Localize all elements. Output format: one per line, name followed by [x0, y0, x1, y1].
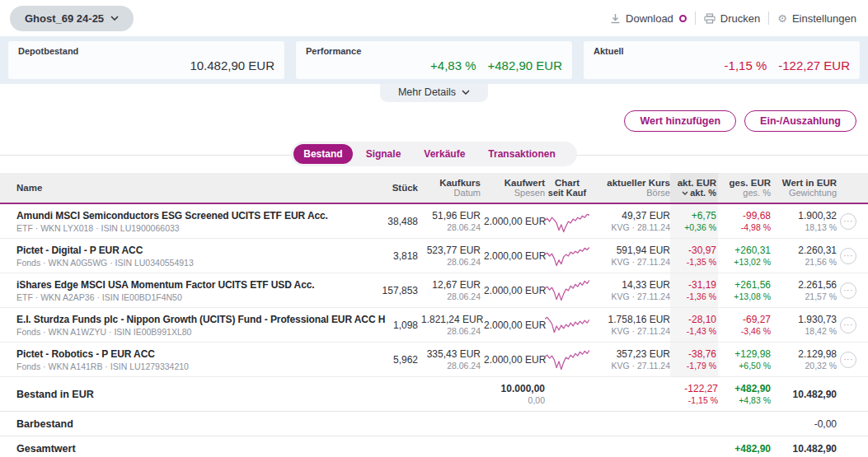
more-details-button[interactable]: Mehr Details — [380, 84, 488, 102]
plus-badge-icon — [679, 15, 687, 22]
kaufkurs-value: 12,67 EUR — [421, 279, 481, 291]
ges-eur-value: -69,27 — [721, 314, 771, 325]
column-header-kaufkurs[interactable]: KaufkursDatum — [418, 178, 481, 198]
topbar: Ghost_69 24-25 Download Drucken ⚙ Einste… — [0, 0, 868, 36]
stueck-value: 157,853 — [382, 285, 418, 296]
kaufdatum: 28.06.24 — [421, 291, 481, 301]
akt-pct-value: -1,35 % — [673, 257, 716, 267]
portfolio-selector[interactable]: Ghost_69 24-25 — [10, 6, 134, 31]
fund-details: Fonds · WKN A1WZYU · ISIN IE00B991XL80 — [16, 327, 378, 337]
column-header-name[interactable]: Name — [16, 183, 378, 193]
fund-name-link[interactable]: E.I. Sturdza Funds plc - Nippon Growth (… — [16, 314, 378, 325]
topbar-actions: Download Drucken ⚙ Einstellungen — [610, 12, 856, 25]
sparkline-chart[interactable] — [545, 313, 589, 338]
settings-button[interactable]: ⚙ Einstellungen — [777, 12, 856, 25]
table-header-row: Name Stück KaufkursDatum KaufwertSpesen … — [0, 173, 868, 204]
kurs-value: 591,94 EUR — [593, 245, 670, 256]
deposit-withdrawal-button[interactable]: Ein-/Auszahlung — [744, 110, 856, 132]
tab-transaktionen[interactable]: Transaktionen — [478, 144, 565, 164]
column-header-ges-eur[interactable]: ges. EURges. % — [718, 178, 771, 198]
gesamtwert-wert: 10.482,90 — [774, 443, 837, 455]
sparkline-chart[interactable] — [545, 347, 589, 372]
aktuell-percent: -1,15 % — [725, 58, 767, 72]
depotbestand-value: 10.482,90 EUR — [190, 58, 274, 72]
download-icon — [610, 13, 621, 24]
barbestand-wert: -0,00 — [774, 418, 837, 430]
boerse-info: KVG · 28.11.24 — [593, 222, 670, 232]
chevron-down-icon — [110, 16, 119, 21]
fund-name-link[interactable]: Amundi MSCI Semiconductors ESG Screened … — [16, 210, 378, 222]
chevron-down-icon — [462, 90, 470, 95]
add-value-button[interactable]: Wert hinzufügen — [624, 110, 736, 132]
sparkline-chart[interactable] — [545, 209, 589, 234]
total-label: Bestand in EUR — [16, 389, 378, 400]
ges-eur-value: -99,68 — [721, 210, 771, 222]
akt-pct-value: -1,36 % — [673, 291, 716, 301]
stueck-value: 5,962 — [382, 354, 418, 366]
column-header-wert[interactable]: Wert in EURGewichtung — [771, 178, 837, 198]
akt-pct-value: -1,79 % — [673, 361, 716, 371]
row-menu-button[interactable]: ··· — [840, 352, 856, 368]
kaufkurs-value: 335,43 EUR — [421, 348, 481, 360]
kaufwert-value: 2.000,00 EUR — [484, 250, 545, 262]
kaufdatum: 28.06.24 — [421, 222, 481, 232]
fund-name-link[interactable]: iShares Edge MSCI USA Momentum Factor UC… — [16, 279, 378, 291]
performance-percent: +4,83 % — [430, 58, 476, 72]
row-menu-button[interactable]: ··· — [840, 282, 856, 299]
print-button[interactable]: Drucken — [704, 12, 760, 25]
row-menu-button[interactable]: ··· — [840, 248, 856, 264]
sparkline-chart[interactable] — [545, 278, 589, 303]
kaufkurs-value: 51,96 EUR — [421, 210, 481, 222]
boerse-info: KVG · 27.11.24 — [593, 326, 670, 336]
divider — [768, 12, 769, 25]
kurs-value: 14,33 EUR — [593, 279, 670, 291]
row-menu-button[interactable]: ··· — [840, 213, 856, 230]
row-menu-button[interactable]: ··· — [840, 317, 856, 333]
akt-eur-value: -28,10 — [673, 314, 716, 325]
wert-value: 1.900,32 — [774, 210, 837, 222]
column-header-kurs[interactable]: aktueller KursBörse — [589, 178, 670, 198]
total-kaufwert: 10.000,00 — [484, 383, 545, 394]
aktuell-card: Aktuell -1,15 % -122,27 EUR — [584, 41, 860, 79]
tab-bestand[interactable]: Bestand — [293, 144, 352, 164]
kurs-value: 357,23 EUR — [593, 348, 670, 360]
fund-details: ETF · WKN A2AP36 · ISIN IE00BD1F4N50 — [16, 292, 378, 302]
gewichtung-value: 21,57 % — [774, 291, 837, 301]
ges-eur-value: +261,56 — [721, 279, 771, 291]
total-ges-eur: +482,90 — [721, 383, 771, 394]
kaufdatum: 28.06.24 — [421, 361, 481, 371]
fund-name-link[interactable]: Pictet - Robotics - P EUR ACC — [16, 348, 378, 360]
portfolio-name: Ghost_69 24-25 — [25, 12, 104, 25]
gewichtung-value: 18,13 % — [774, 222, 837, 232]
gewichtung-value: 20,32 % — [774, 361, 837, 371]
kaufkurs-value: 523,77 EUR — [421, 245, 481, 256]
column-header-chart[interactable]: Chartseit Kauf — [545, 178, 589, 198]
performance-value: +482,90 EUR — [488, 58, 562, 72]
settings-label: Einstellungen — [792, 12, 856, 25]
table-row: E.I. Sturdza Funds plc - Nippon Growth (… — [0, 308, 868, 343]
fund-details: Fonds · WKN A0G5WG · ISIN LU0340554913 — [16, 258, 378, 268]
tab-verkaeufe[interactable]: Verkäufe — [414, 144, 475, 164]
more-details-label: Mehr Details — [398, 86, 456, 98]
sparkline-chart[interactable] — [545, 244, 589, 268]
tab-signale[interactable]: Signale — [356, 144, 411, 164]
table-row: Amundi MSCI Semiconductors ESG Screened … — [0, 204, 868, 239]
total-akt-eur: -122,27 — [673, 383, 718, 394]
tabs-group: Bestand Signale Verkäufe Transaktionen — [291, 142, 576, 166]
wert-value: 2.129,98 — [774, 348, 837, 360]
fund-name-link[interactable]: Pictet - Digital - P EUR ACC — [16, 245, 378, 256]
download-button[interactable]: Download — [610, 12, 687, 25]
akt-eur-value: -30,97 — [673, 245, 716, 256]
ges-eur-value: +129,98 — [721, 348, 771, 360]
column-header-kaufwert[interactable]: KaufwertSpesen — [481, 178, 545, 198]
kaufdatum: 28.06.24 — [421, 326, 481, 336]
akt-pct-value: -1,43 % — [673, 326, 716, 336]
ges-pct-value: +6,50 % — [721, 361, 771, 371]
column-header-akt-eur[interactable]: akt. EUR akt. % — [670, 173, 718, 203]
column-header-stueck[interactable]: Stück — [378, 183, 418, 193]
akt-pct-value: +0,36 % — [673, 222, 716, 232]
ges-pct-value: -4,98 % — [721, 222, 771, 232]
boerse-info: KVG · 27.11.24 — [593, 291, 670, 301]
gewichtung-value: 21,56 % — [774, 257, 837, 267]
aktuell-value: -122,27 EUR — [778, 58, 850, 72]
